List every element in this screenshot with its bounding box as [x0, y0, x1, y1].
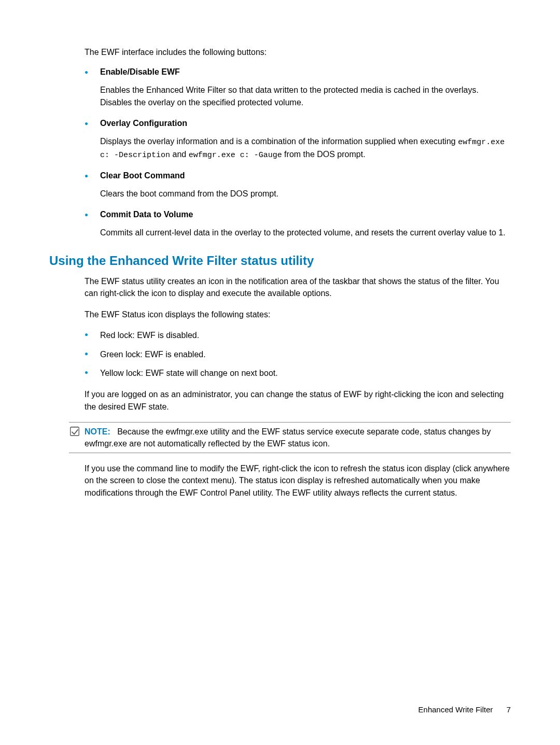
paragraph: If you use the command line to modify th…	[85, 462, 511, 499]
item-description: Enables the Enhanced Write Filter so tha…	[100, 84, 511, 108]
desc-mid: and	[170, 150, 189, 159]
item-title: Enable/Disable EWF	[100, 67, 180, 76]
desc-pre: Displays the overlay information and is …	[100, 137, 458, 146]
code-snippet: ewfmgr.exe c: -Gauge	[189, 151, 282, 160]
note-label: NOTE:	[85, 427, 110, 436]
page-number: 7	[507, 705, 511, 714]
section-body: The EWF status utility creates an icon i…	[85, 275, 511, 499]
list-item: Green lock: EWF is enabled.	[85, 349, 511, 360]
item-description: Displays the overlay information and is …	[100, 135, 511, 161]
content-block: The EWF interface includes the following…	[85, 47, 511, 239]
note-text: Because the ewfmgr.exe utility and the E…	[85, 427, 491, 448]
item-description: Clears the boot command from the DOS pro…	[100, 188, 511, 200]
list-item: Yellow lock: EWF state will change on ne…	[85, 368, 511, 379]
page-footer: Enhanced Write Filter 7	[418, 705, 511, 714]
button-list: Enable/Disable EWF Enables the Enhanced …	[85, 67, 511, 238]
note-icon	[69, 426, 80, 437]
footer-section-title: Enhanced Write Filter	[418, 705, 493, 714]
list-item: Enable/Disable EWF Enables the Enhanced …	[85, 67, 511, 108]
list-item: Commit Data to Volume Commits all curren…	[85, 210, 511, 238]
item-title: Commit Data to Volume	[100, 210, 193, 219]
intro-paragraph: The EWF interface includes the following…	[85, 47, 511, 58]
note-content: NOTE: Because the ewfmgr.exe utility and…	[69, 426, 511, 449]
paragraph: If you are logged on as an administrator…	[85, 388, 511, 412]
paragraph: The EWF status utility creates an icon i…	[85, 275, 511, 299]
document-page: The EWF interface includes the following…	[0, 0, 560, 745]
note-box: NOTE: Because the ewfmgr.exe utility and…	[69, 422, 511, 453]
list-item: Red lock: EWF is disabled.	[85, 330, 511, 341]
list-item: Overlay Configuration Displays the overl…	[85, 119, 511, 161]
state-list: Red lock: EWF is disabled. Green lock: E…	[85, 330, 511, 379]
paragraph: The EWF Status icon displays the followi…	[85, 308, 511, 320]
list-item: Clear Boot Command Clears the boot comma…	[85, 171, 511, 200]
item-description: Commits all current-level data in the ov…	[100, 227, 511, 238]
item-title: Clear Boot Command	[100, 171, 185, 180]
section-heading: Using the Enhanced Write Filter status u…	[49, 254, 511, 268]
item-title: Overlay Configuration	[100, 119, 187, 128]
desc-post: from the DOS prompt.	[282, 150, 366, 159]
